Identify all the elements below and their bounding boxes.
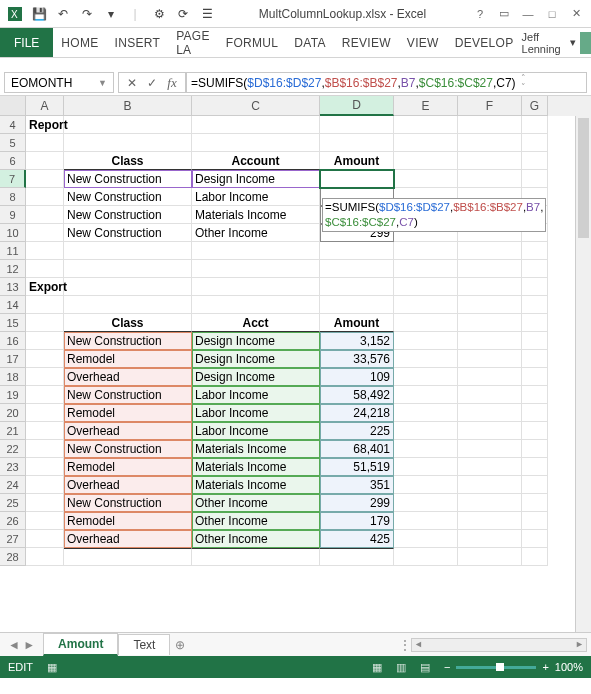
- cell[interactable]: [394, 296, 458, 314]
- cell[interactable]: [522, 260, 548, 278]
- tab-review[interactable]: REVIEW: [334, 28, 399, 57]
- cell[interactable]: [522, 386, 548, 404]
- cell[interactable]: [458, 512, 522, 530]
- tab-data[interactable]: DATA: [286, 28, 333, 57]
- cell[interactable]: [192, 134, 320, 152]
- tab-formulas[interactable]: FORMUL: [218, 28, 286, 57]
- row-header[interactable]: 10: [0, 224, 26, 242]
- file-tab[interactable]: FILE: [0, 28, 53, 57]
- col-header-F[interactable]: F: [458, 96, 522, 116]
- cell[interactable]: [522, 314, 548, 332]
- cell[interactable]: Materials Income: [192, 440, 320, 458]
- zoom-out-icon[interactable]: −: [444, 661, 450, 673]
- cell[interactable]: 109: [320, 368, 394, 386]
- row-header[interactable]: 11: [0, 242, 26, 260]
- row-header[interactable]: 20: [0, 404, 26, 422]
- cell[interactable]: [458, 242, 522, 260]
- macro-record-icon[interactable]: ▦: [47, 661, 57, 674]
- cell[interactable]: [522, 350, 548, 368]
- cell[interactable]: [320, 260, 394, 278]
- cell[interactable]: [394, 134, 458, 152]
- cell[interactable]: Labor Income: [192, 422, 320, 440]
- sheet-tab-amount[interactable]: Amount: [43, 633, 118, 656]
- cell[interactable]: [458, 260, 522, 278]
- cell[interactable]: Remodel: [64, 512, 192, 530]
- name-box[interactable]: EOMONTH ▼: [4, 72, 114, 93]
- cell[interactable]: New Construction: [64, 440, 192, 458]
- cell[interactable]: [394, 314, 458, 332]
- cell[interactable]: 225: [320, 422, 394, 440]
- cell[interactable]: [394, 530, 458, 548]
- cell[interactable]: Overhead: [64, 368, 192, 386]
- cell[interactable]: Design Income: [192, 332, 320, 350]
- cell[interactable]: [522, 368, 548, 386]
- export-header-amount[interactable]: Amount: [320, 314, 394, 332]
- cell[interactable]: [320, 134, 394, 152]
- cell[interactable]: 33,576: [320, 350, 394, 368]
- cell[interactable]: [522, 170, 548, 188]
- cell[interactable]: [522, 404, 548, 422]
- cell[interactable]: [192, 548, 320, 566]
- cell[interactable]: [522, 548, 548, 566]
- horizontal-scrollbar[interactable]: [411, 638, 587, 652]
- report-header-class[interactable]: Class: [64, 152, 192, 170]
- cell[interactable]: [26, 440, 64, 458]
- cell[interactable]: [64, 296, 192, 314]
- cell[interactable]: [26, 314, 64, 332]
- cell[interactable]: [394, 116, 458, 134]
- cell[interactable]: [522, 134, 548, 152]
- row-header[interactable]: 27: [0, 530, 26, 548]
- row-header[interactable]: 26: [0, 512, 26, 530]
- cell[interactable]: [26, 422, 64, 440]
- tab-view[interactable]: VIEW: [399, 28, 447, 57]
- fx-icon[interactable]: fx: [163, 75, 181, 91]
- cell[interactable]: [458, 404, 522, 422]
- undo-icon[interactable]: ↶: [54, 5, 72, 23]
- sheet-nav[interactable]: ◄ ►: [0, 638, 43, 652]
- cell[interactable]: [522, 278, 548, 296]
- cell[interactable]: Other Income: [192, 494, 320, 512]
- cell[interactable]: Overhead: [64, 476, 192, 494]
- cell[interactable]: [458, 548, 522, 566]
- col-header-B[interactable]: B: [64, 96, 192, 116]
- cell[interactable]: Other Income: [192, 224, 320, 242]
- row-header[interactable]: 12: [0, 260, 26, 278]
- cell[interactable]: New Construction: [64, 494, 192, 512]
- cell[interactable]: [64, 278, 192, 296]
- cell[interactable]: [320, 116, 394, 134]
- cell[interactable]: [192, 260, 320, 278]
- row-header[interactable]: 14: [0, 296, 26, 314]
- cell[interactable]: Materials Income: [192, 206, 320, 224]
- cell[interactable]: [26, 548, 64, 566]
- cell[interactable]: [26, 206, 64, 224]
- cell[interactable]: Overhead: [64, 422, 192, 440]
- tab-insert[interactable]: INSERT: [107, 28, 169, 57]
- cell[interactable]: Remodel: [64, 350, 192, 368]
- cell[interactable]: [522, 116, 548, 134]
- col-header-G[interactable]: G: [522, 96, 548, 116]
- cell[interactable]: [64, 134, 192, 152]
- row-header[interactable]: 25: [0, 494, 26, 512]
- col-header-D[interactable]: D: [320, 96, 394, 116]
- row-header[interactable]: 4: [0, 116, 26, 134]
- minimize-icon[interactable]: —: [517, 5, 539, 23]
- add-sheet-icon[interactable]: ⊕: [170, 638, 190, 652]
- cell[interactable]: [522, 494, 548, 512]
- formula-bar[interactable]: =SUMIFS($D$16:$D$27,$B$16:$B$27,B7,$C$16…: [186, 72, 587, 93]
- cell[interactable]: [522, 530, 548, 548]
- cell[interactable]: [394, 350, 458, 368]
- cell[interactable]: [394, 458, 458, 476]
- report-header-account[interactable]: Account: [192, 152, 320, 170]
- cell[interactable]: [320, 296, 394, 314]
- row-header[interactable]: 15: [0, 314, 26, 332]
- cell[interactable]: Other Income: [192, 530, 320, 548]
- cell[interactable]: [458, 386, 522, 404]
- cell[interactable]: [394, 278, 458, 296]
- cell[interactable]: [458, 476, 522, 494]
- row-header[interactable]: 18: [0, 368, 26, 386]
- close-icon[interactable]: ✕: [565, 5, 587, 23]
- cell[interactable]: [26, 350, 64, 368]
- sheet-tab-text[interactable]: Text: [118, 634, 170, 655]
- zoom-value[interactable]: 100%: [555, 661, 583, 673]
- cell[interactable]: [458, 134, 522, 152]
